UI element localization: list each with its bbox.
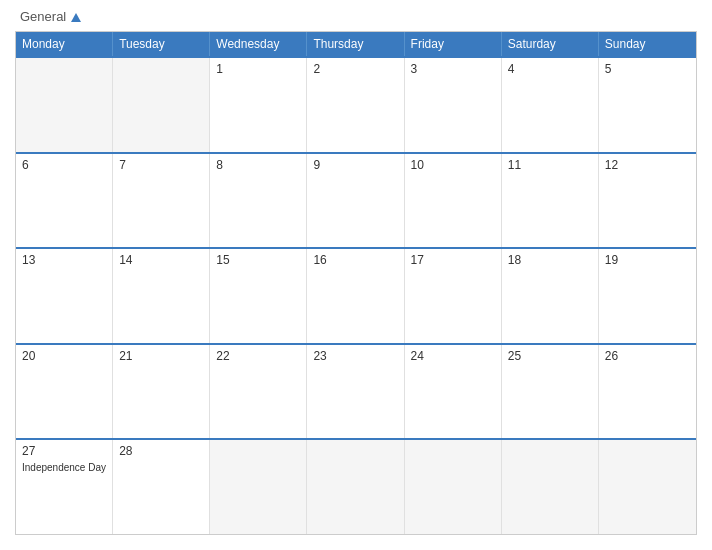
day-number: 2: [313, 62, 397, 76]
week-row-3: 13141516171819: [16, 247, 696, 343]
day-cell: 2: [307, 58, 404, 152]
day-cell: 10: [405, 154, 502, 248]
day-cell: 6: [16, 154, 113, 248]
calendar-container: General MondayTuesdayWednesdayThursdayFr…: [0, 0, 712, 550]
day-header-tuesday: Tuesday: [113, 32, 210, 56]
day-number: 17: [411, 253, 495, 267]
day-cell: [113, 58, 210, 152]
day-number: 25: [508, 349, 592, 363]
day-cell: 24: [405, 345, 502, 439]
day-cell: 12: [599, 154, 696, 248]
day-cell: 15: [210, 249, 307, 343]
day-cell: 13: [16, 249, 113, 343]
day-cell: 26: [599, 345, 696, 439]
day-number: 26: [605, 349, 690, 363]
day-number: 10: [411, 158, 495, 172]
day-cell: 16: [307, 249, 404, 343]
day-number: 7: [119, 158, 203, 172]
day-cell: 7: [113, 154, 210, 248]
day-cell: 8: [210, 154, 307, 248]
day-cell: 1: [210, 58, 307, 152]
calendar-grid: MondayTuesdayWednesdayThursdayFridaySatu…: [15, 31, 697, 535]
day-cell: 25: [502, 345, 599, 439]
day-header-sunday: Sunday: [599, 32, 696, 56]
week-row-1: 12345: [16, 56, 696, 152]
day-number: 13: [22, 253, 106, 267]
day-number: 18: [508, 253, 592, 267]
day-cell: 9: [307, 154, 404, 248]
day-number: 11: [508, 158, 592, 172]
day-number: 16: [313, 253, 397, 267]
day-cell: [210, 440, 307, 534]
day-header-monday: Monday: [16, 32, 113, 56]
logo: General: [20, 10, 81, 23]
day-header-friday: Friday: [405, 32, 502, 56]
day-headers-row: MondayTuesdayWednesdayThursdayFridaySatu…: [16, 32, 696, 56]
day-number: 23: [313, 349, 397, 363]
day-number: 20: [22, 349, 106, 363]
day-cell: 19: [599, 249, 696, 343]
day-cell: [599, 440, 696, 534]
day-number: 19: [605, 253, 690, 267]
day-cell: 17: [405, 249, 502, 343]
logo-triangle-icon: [71, 13, 81, 22]
day-cell: 14: [113, 249, 210, 343]
day-number: 12: [605, 158, 690, 172]
day-cell: 18: [502, 249, 599, 343]
day-number: 22: [216, 349, 300, 363]
day-cell: [16, 58, 113, 152]
day-cell: 3: [405, 58, 502, 152]
day-cell: 20: [16, 345, 113, 439]
logo-general-text: General: [20, 10, 81, 23]
day-number: 6: [22, 158, 106, 172]
day-number: 1: [216, 62, 300, 76]
day-number: 15: [216, 253, 300, 267]
day-cell: [307, 440, 404, 534]
day-cell: 27Independence Day: [16, 440, 113, 534]
week-row-4: 20212223242526: [16, 343, 696, 439]
day-cell: 21: [113, 345, 210, 439]
day-number: 3: [411, 62, 495, 76]
day-number: 5: [605, 62, 690, 76]
day-cell: 5: [599, 58, 696, 152]
week-row-5: 27Independence Day28: [16, 438, 696, 534]
event-label: Independence Day: [22, 462, 106, 473]
day-number: 27: [22, 444, 106, 458]
day-cell: [405, 440, 502, 534]
day-header-saturday: Saturday: [502, 32, 599, 56]
week-row-2: 6789101112: [16, 152, 696, 248]
day-number: 28: [119, 444, 203, 458]
day-number: 8: [216, 158, 300, 172]
day-cell: 4: [502, 58, 599, 152]
day-number: 21: [119, 349, 203, 363]
day-number: 14: [119, 253, 203, 267]
calendar-header: General: [15, 10, 697, 23]
day-header-wednesday: Wednesday: [210, 32, 307, 56]
day-cell: [502, 440, 599, 534]
day-number: 9: [313, 158, 397, 172]
day-number: 4: [508, 62, 592, 76]
day-cell: 23: [307, 345, 404, 439]
day-cell: 28: [113, 440, 210, 534]
day-number: 24: [411, 349, 495, 363]
day-cell: 22: [210, 345, 307, 439]
day-header-thursday: Thursday: [307, 32, 404, 56]
weeks-container: 1234567891011121314151617181920212223242…: [16, 56, 696, 534]
day-cell: 11: [502, 154, 599, 248]
